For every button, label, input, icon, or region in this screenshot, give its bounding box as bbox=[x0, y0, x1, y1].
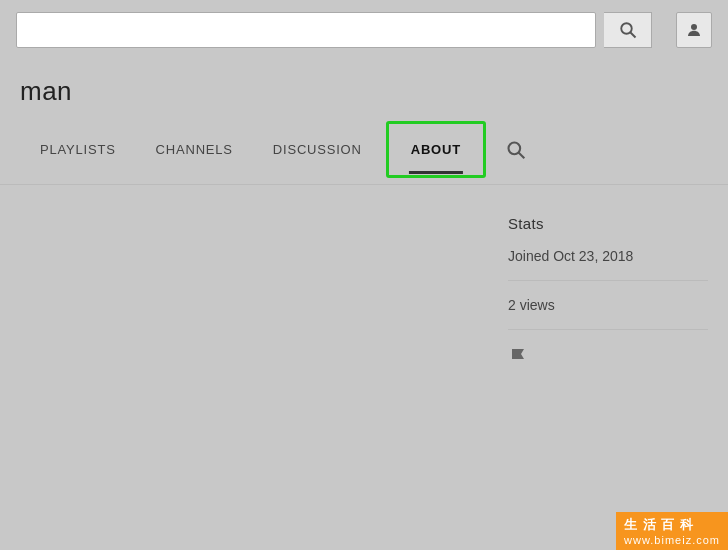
stats-panel: Stats Joined Oct 23, 2018 2 views bbox=[508, 205, 708, 384]
search-input-container bbox=[16, 12, 596, 48]
tab-search-icon-button[interactable] bbox=[498, 132, 534, 168]
flag-button[interactable] bbox=[508, 346, 708, 374]
stats-views: 2 views bbox=[508, 297, 708, 330]
svg-point-2 bbox=[691, 24, 697, 30]
svg-line-4 bbox=[518, 152, 524, 158]
stats-title: Stats bbox=[508, 215, 708, 232]
user-icon bbox=[685, 21, 703, 39]
tab-playlists[interactable]: PLAYLISTS bbox=[20, 126, 136, 173]
watermark-text: 生 活 百 科 bbox=[624, 516, 720, 534]
flag-icon bbox=[508, 346, 532, 370]
tab-about-wrapper: ABOUT bbox=[386, 121, 486, 178]
stats-joined: Joined Oct 23, 2018 bbox=[508, 248, 708, 281]
content-area: Stats Joined Oct 23, 2018 2 views bbox=[0, 185, 728, 404]
channel-name: man bbox=[0, 60, 728, 115]
search-button[interactable] bbox=[604, 12, 652, 48]
search-input[interactable] bbox=[25, 22, 587, 38]
watermark: 生 活 百 科 www.bimeiz.com bbox=[616, 512, 728, 550]
user-icon-button[interactable] bbox=[676, 12, 712, 48]
tab-channels[interactable]: CHANNELS bbox=[136, 126, 253, 173]
search-icon bbox=[619, 21, 637, 39]
tab-search-icon bbox=[506, 140, 526, 160]
search-bar-area bbox=[0, 0, 728, 60]
svg-point-0 bbox=[621, 23, 632, 34]
svg-point-3 bbox=[508, 142, 520, 154]
watermark-subtext: www.bimeiz.com bbox=[624, 534, 720, 546]
tab-about[interactable]: ABOUT bbox=[391, 126, 481, 173]
tabs-navigation: PLAYLISTS CHANNELS DISCUSSION ABOUT bbox=[0, 115, 728, 185]
tab-discussion[interactable]: DISCUSSION bbox=[253, 126, 382, 173]
svg-line-1 bbox=[630, 32, 635, 37]
